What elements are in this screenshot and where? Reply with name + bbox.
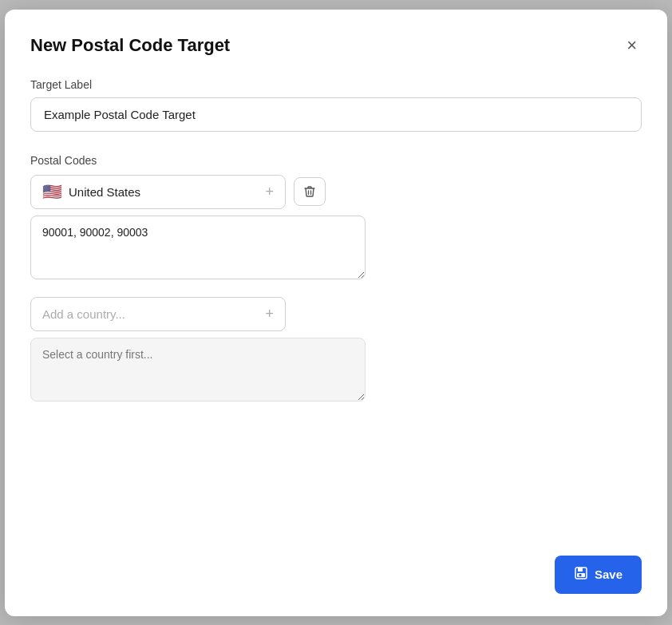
- target-label-label: Target Label: [30, 78, 642, 91]
- country-left-1: 🇺🇸 United States: [42, 184, 140, 200]
- country-plus-icon-1: +: [265, 184, 274, 200]
- svg-rect-5: [579, 574, 581, 576]
- us-flag-icon: 🇺🇸: [42, 184, 62, 200]
- add-country-row: Add a country... +: [30, 297, 642, 331]
- country-select-button-1[interactable]: 🇺🇸 United States +: [30, 175, 286, 209]
- target-label-field: Target Label: [30, 78, 642, 132]
- modal-title: New Postal Code Target: [30, 35, 230, 56]
- add-country-plus-icon: +: [265, 306, 274, 322]
- save-button[interactable]: Save: [555, 556, 642, 594]
- close-button[interactable]: ×: [622, 35, 642, 56]
- country-name-1: United States: [69, 185, 140, 199]
- save-icon: [574, 566, 588, 583]
- floppy-disk-icon: [574, 566, 588, 580]
- modal-overlay: New Postal Code Target × Target Label Po…: [0, 0, 672, 625]
- target-label-input[interactable]: [30, 97, 642, 132]
- add-country-placeholder: Add a country...: [42, 307, 125, 321]
- postal-codes-section: Postal Codes 🇺🇸 United States +: [30, 132, 642, 405]
- postal-codes-label: Postal Codes: [30, 154, 642, 167]
- trash-icon: [304, 185, 315, 198]
- svg-rect-3: [578, 568, 583, 572]
- postal-codes-textarea-1[interactable]: 90001, 90002, 90003: [30, 216, 366, 279]
- disabled-postal-codes-textarea: [30, 338, 366, 402]
- add-country-button[interactable]: Add a country... +: [30, 297, 286, 331]
- save-label: Save: [595, 568, 623, 581]
- modal-header: New Postal Code Target ×: [30, 35, 642, 56]
- country-row-1: 🇺🇸 United States +: [30, 175, 642, 209]
- modal-dialog: New Postal Code Target × Target Label Po…: [5, 10, 667, 616]
- delete-country-button-1[interactable]: [294, 177, 326, 206]
- modal-footer: Save: [30, 524, 642, 594]
